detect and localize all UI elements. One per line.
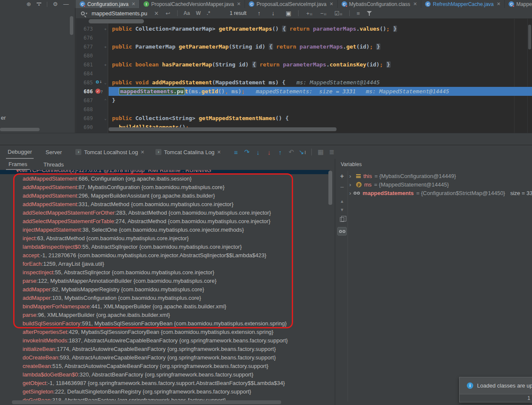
stack-frame[interactable]: getObject:-1, 1184636987 {org.springfram… bbox=[0, 379, 335, 387]
stack-frame[interactable]: addMappedStatement:87, MybatisConfigurat… bbox=[0, 183, 335, 191]
editor-tab[interactable]: IProposalCachedVersionMapper.java✕ bbox=[140, 0, 245, 8]
search-options-caret-icon[interactable]: ▾ bbox=[86, 11, 87, 15]
code-line[interactable]: 688 bbox=[76, 105, 532, 114]
stack-frame[interactable]: initializeBean:1774, AbstractAutowireCap… bbox=[0, 345, 335, 353]
words-toggle[interactable]: W bbox=[196, 10, 201, 16]
expand-chevron-icon[interactable]: › bbox=[349, 173, 354, 179]
debug-tab-tomcat-localhost-log[interactable]: ›Tomcat Localhost Log✕ bbox=[74, 145, 146, 159]
variable-row[interactable]: ›mappedStatements = {Configuration$Stric… bbox=[348, 189, 532, 197]
run-to-cursor-icon[interactable]: ↘I bbox=[297, 148, 308, 156]
expand-chevron-icon[interactable]: › bbox=[349, 190, 351, 196]
stack-frame[interactable]: forEach:1259, ArrayList {java.util} bbox=[0, 259, 335, 268]
stack-frame[interactable]: addMappedStatement:331, AbstractMethod {… bbox=[0, 200, 335, 208]
gutter-icons[interactable] bbox=[95, 123, 102, 132]
thread-dropdown-icon[interactable]: ▼ bbox=[15, 170, 19, 173]
stack-frame[interactable]: injectMappedStatement:38, SelectOne {com… bbox=[0, 225, 335, 234]
stack-frame[interactable]: parse:122, MybatisMapperAnnotationBuilde… bbox=[0, 276, 335, 285]
code-line[interactable]: 684 bbox=[76, 69, 532, 78]
stack-frame[interactable]: addMappedStatement:686, Configuration {o… bbox=[0, 174, 335, 183]
stack-frame[interactable]: lambda$inspectInject$0:55, AbstractSqlIn… bbox=[0, 242, 335, 251]
clipped-tree-item[interactable]: er bbox=[1, 115, 6, 121]
stack-frame[interactable]: buildSqlSessionFactory:591, MybatisSqlSe… bbox=[0, 319, 335, 327]
gutter-icons[interactable] bbox=[95, 105, 102, 114]
code-line[interactable]: 677+public ParameterMap getParameterMap(… bbox=[76, 42, 532, 51]
code-line[interactable]: 676 bbox=[76, 33, 532, 42]
view-tab-threads[interactable]: Threads bbox=[41, 159, 66, 170]
variable-row[interactable]: ›this = {MybatisConfiguration@14449} bbox=[348, 172, 532, 180]
gutter-icons[interactable] bbox=[95, 51, 102, 60]
code-line[interactable]: 687⌃} bbox=[76, 96, 532, 105]
left-panel-vertical-scrollbar[interactable] bbox=[70, 16, 73, 35]
clear-search-icon[interactable]: ✕ bbox=[154, 10, 159, 17]
filter-icon[interactable] bbox=[367, 11, 372, 16]
filter-lines-icon[interactable]: ≡ bbox=[357, 10, 360, 17]
code-line[interactable]: 680 bbox=[76, 51, 532, 60]
stack-frame[interactable]: addMapper:103, MybatisConfiguration {com… bbox=[0, 293, 335, 302]
fold-marker[interactable]: + bbox=[102, 27, 109, 31]
close-icon[interactable]: ✕ bbox=[132, 1, 135, 7]
mute-breakpoints-icon[interactable]: ≡ bbox=[230, 149, 242, 156]
debug-tab-debugger[interactable]: Debugger bbox=[6, 145, 34, 159]
fold-marker[interactable]: + bbox=[102, 45, 109, 49]
force-step-into-icon[interactable]: ↓ bbox=[264, 149, 275, 156]
remove-watch-icon[interactable]: − bbox=[337, 184, 347, 191]
stack-frame[interactable]: parse:96, XMLMapperBuilder {org.apache.i… bbox=[0, 310, 335, 319]
regex-toggle[interactable]: .* bbox=[207, 10, 210, 16]
stack-frame[interactable]: lambda$doGetBean$0:320, AbstractBeanFact… bbox=[0, 370, 335, 379]
code-line[interactable]: 689⌄public Collection<String> getMappedS… bbox=[76, 114, 532, 123]
add-watch-icon[interactable]: + bbox=[337, 172, 347, 180]
fold-marker[interactable]: ⌃ bbox=[102, 98, 109, 103]
stack-frame[interactable]: addMapper:82, MybatisMapperRegistry {com… bbox=[0, 285, 335, 293]
drop-frame-icon[interactable]: ↶ bbox=[286, 148, 297, 156]
editor-tab[interactable]: CMybatisConfiguration.class✕ bbox=[338, 0, 422, 8]
gutter-icons[interactable]: ↓ bbox=[95, 78, 102, 87]
notification-balloon[interactable]: i Loaded classes are up t 1 bbox=[459, 377, 532, 402]
gutter-icons[interactable] bbox=[95, 33, 102, 42]
stack-frame[interactable]: addMappedStatement:296, MapperBuilderAss… bbox=[0, 191, 335, 200]
close-icon[interactable]: ✕ bbox=[237, 1, 241, 7]
previous-occurrence-icon[interactable]: ↑ bbox=[258, 10, 261, 17]
next-occurrence-icon[interactable]: ↓ bbox=[272, 10, 275, 17]
select-all-occurrences-icon[interactable]: ☑II bbox=[334, 10, 342, 17]
gutter-icons[interactable]: ✓? bbox=[95, 87, 102, 96]
code-line[interactable]: 686✓?mappedStatements.put(ms.getId(), ms… bbox=[76, 87, 532, 96]
search-input[interactable]: mappedStatements.pu bbox=[92, 10, 147, 17]
close-icon[interactable]: ✕ bbox=[217, 149, 221, 155]
close-icon[interactable]: ✕ bbox=[497, 1, 500, 7]
move-watch-down-icon[interactable]: ▼ bbox=[337, 207, 347, 212]
expand-chevron-icon[interactable]: › bbox=[349, 181, 354, 188]
debug-tab-server[interactable]: Server bbox=[44, 145, 63, 159]
gutter-icons[interactable] bbox=[95, 96, 102, 105]
stack-frame[interactable]: invokeInitMethods:1837, AbstractAutowire… bbox=[0, 336, 335, 345]
stack-frame[interactable]: addSelectMappedStatementForTable:274, Ab… bbox=[0, 217, 335, 225]
panel-splitter[interactable] bbox=[0, 133, 532, 145]
code-area[interactable]: 673+public Collection<ParameterMap> getP… bbox=[76, 19, 532, 133]
step-over-icon[interactable]: ↷ bbox=[242, 148, 253, 156]
code-line[interactable]: 685↓⌄public void addMappedStatement(Mapp… bbox=[76, 78, 532, 87]
gutter-icons[interactable] bbox=[95, 69, 102, 78]
view-tab-frames[interactable]: Frames bbox=[6, 159, 30, 170]
stack-frame[interactable]: inspectInject:55, AbstractSqlInjector {c… bbox=[0, 268, 335, 276]
stack-frame[interactable]: inject:63, AbstractMethod {com.baomidou.… bbox=[0, 234, 335, 242]
variable-row[interactable]: ›pms = {MappedStatement@14445} bbox=[348, 180, 532, 189]
search-icon[interactable] bbox=[81, 11, 85, 15]
editor-tab[interactable]: CConfiguration.java✕ bbox=[76, 0, 140, 8]
gutter-icons[interactable] bbox=[95, 42, 102, 51]
editor-horizontal-scrollbar[interactable] bbox=[109, 127, 336, 131]
locate-icon[interactable]: ⊕ bbox=[26, 1, 31, 7]
editor-tab[interactable]: CMapperMethod.java✕ bbox=[505, 0, 532, 8]
code-line[interactable]: 681+public boolean hasParameterMap(Strin… bbox=[76, 60, 532, 69]
debug-tab-tomcat-catalina-log[interactable]: ›Tomcat Catalina Log✕ bbox=[154, 145, 223, 159]
settings-gear-icon[interactable]: ⚙ bbox=[53, 1, 58, 7]
stack-frame[interactable]: getSingleton:222, DefaultSingletonBeanRe… bbox=[0, 387, 335, 396]
left-panel-horizontal-scrollbar[interactable] bbox=[0, 128, 40, 131]
gutter-icons[interactable] bbox=[95, 24, 102, 33]
step-out-icon[interactable]: ↑ bbox=[275, 149, 286, 156]
add-occurrence-icon[interactable]: +II bbox=[306, 10, 313, 17]
remove-occurrence-icon[interactable]: −II bbox=[320, 10, 327, 17]
close-icon[interactable]: ✕ bbox=[329, 1, 333, 7]
open-in-find-window-icon[interactable]: ▣ bbox=[286, 10, 291, 17]
editor-tab[interactable]: CProposalLocalServiceImpl.java✕ bbox=[245, 0, 337, 8]
code-line[interactable]: 673+public Collection<ParameterMap> getP… bbox=[76, 24, 532, 33]
stack-frame[interactable]: bindMapperForNamespace:441, XMLMapperBui… bbox=[0, 302, 335, 310]
